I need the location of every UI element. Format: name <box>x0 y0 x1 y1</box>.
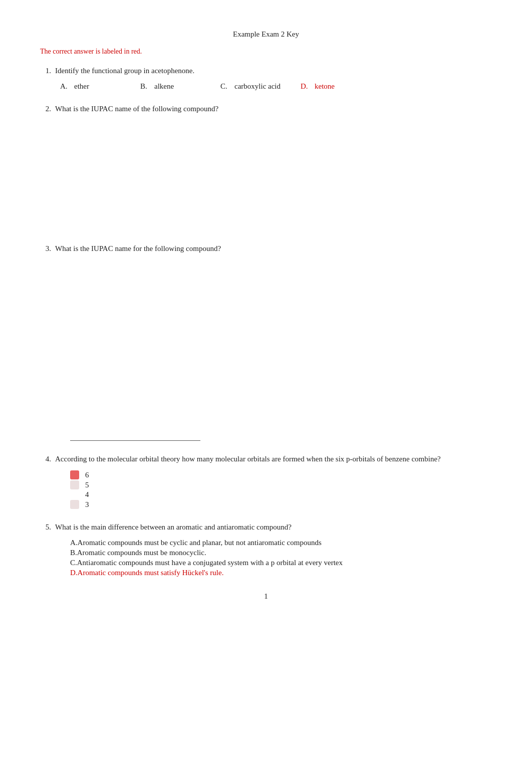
question-1: 1. Identify the functional group in acet… <box>40 67 492 91</box>
q5-option-a: A.Aromatic compounds must be cyclic and … <box>70 539 492 547</box>
q1-text-a: ether <box>74 82 89 91</box>
q1-option-d: D. ketone <box>301 82 381 91</box>
q4-body: According to the molecular orbital theor… <box>55 455 441 463</box>
q1-number: 1. <box>40 67 51 75</box>
q5-option-b: B.Aromatic compounds must be monocyclic. <box>70 549 492 557</box>
q4-val-6: 6 <box>85 471 89 479</box>
q1-text-c: carboxylic acid <box>234 82 281 91</box>
q3-number: 3. <box>40 244 51 253</box>
q4-row-6: 6 <box>70 470 492 479</box>
q5-label-b: B. <box>70 549 77 557</box>
q5-text-d: Aromatic compounds must satisfy Hückel's… <box>78 569 224 577</box>
question-2-text: 2. What is the IUPAC name of the followi… <box>40 105 492 113</box>
correct-answer-note: The correct answer is labeled in red. <box>40 48 492 56</box>
q4-badge-5 <box>70 480 79 489</box>
q5-label-a: A. <box>70 539 78 547</box>
q5-number: 5. <box>40 523 51 532</box>
question-2: 2. What is the IUPAC name of the followi… <box>40 105 492 230</box>
page-title: Example Exam 2 Key <box>40 30 492 39</box>
q1-label-c: C. <box>220 82 234 91</box>
q1-option-a: A. ether <box>60 82 140 91</box>
question-5: 5. What is the main difference between a… <box>40 523 492 577</box>
q5-text-a: Aromatic compounds must be cyclic and pl… <box>78 539 322 547</box>
q4-row-5: 5 <box>70 480 492 489</box>
q4-badge-6 <box>70 470 79 479</box>
q5-label-c: C. <box>70 559 77 567</box>
q1-body: Identify the functional group in acetoph… <box>55 67 194 75</box>
q5-text-c: Antiaromatic compounds must have a conju… <box>77 559 343 567</box>
q1-option-b: B. alkene <box>140 82 220 91</box>
q1-text-b: alkene <box>154 82 174 91</box>
q2-number: 2. <box>40 105 51 113</box>
q5-option-d: D.Aromatic compounds must satisfy Hückel… <box>70 569 492 577</box>
question-4: 4. According to the molecular orbital th… <box>40 455 492 509</box>
q1-option-c: C. carboxylic acid <box>220 82 301 91</box>
q5-body: What is the main difference between an a… <box>55 523 292 532</box>
q4-val-4: 4 <box>85 490 89 499</box>
q5-text-b: Aromatic compounds must be monocyclic. <box>77 549 206 557</box>
q4-badge-3 <box>70 500 79 509</box>
q1-answer-row: A. ether B. alkene C. carboxylic acid D.… <box>60 82 492 91</box>
q4-val-3: 3 <box>85 500 89 509</box>
question-1-text: 1. Identify the functional group in acet… <box>40 67 492 75</box>
q4-row-4: 4 <box>70 490 492 499</box>
q5-label-d: D. <box>70 569 78 577</box>
q3-body: What is the IUPAC name for the following… <box>55 244 221 253</box>
q2-body: What is the IUPAC name of the following … <box>55 105 218 113</box>
q5-option-c: C.Antiaromatic compounds must have a con… <box>70 559 492 567</box>
page-number: 1 <box>40 592 492 601</box>
q3-answer-line <box>70 440 200 441</box>
q1-label-d: D. <box>301 82 315 91</box>
q4-number: 4. <box>40 455 51 463</box>
question-4-text: 4. According to the molecular orbital th… <box>40 455 492 463</box>
q2-diagram-area <box>60 120 492 230</box>
q4-val-5: 5 <box>85 481 89 489</box>
q3-diagram-area <box>60 260 492 360</box>
q4-row-3: 3 <box>70 500 492 509</box>
question-3: 3. What is the IUPAC name for the follow… <box>40 244 492 441</box>
q4-answers: 6 5 4 3 <box>70 470 492 509</box>
q1-label-a: A. <box>60 82 74 91</box>
question-3-text: 3. What is the IUPAC name for the follow… <box>40 244 492 253</box>
question-5-text: 5. What is the main difference between a… <box>40 523 492 532</box>
q5-answers: A.Aromatic compounds must be cyclic and … <box>70 539 492 577</box>
q1-label-b: B. <box>140 82 154 91</box>
q1-text-d: ketone <box>315 82 335 91</box>
